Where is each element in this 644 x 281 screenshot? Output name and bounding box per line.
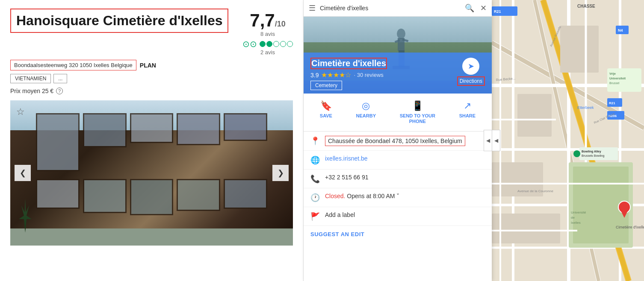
tripadvisor-logo: ⊙⊙	[242, 39, 257, 49]
svg-text:de: de	[571, 216, 575, 220]
svg-text:Vrije: Vrije	[609, 72, 616, 76]
map-panel: ◀	[492, 0, 644, 281]
bookmark-icon: 🔖	[320, 100, 332, 111]
google-maps-panel: ◀ ☰ 🔍 ✕ Cimetière d'ixelles	[304, 0, 492, 281]
gm-directions-label: Directions	[457, 76, 485, 86]
gm-category-tag[interactable]: Cemetery	[310, 81, 342, 90]
photo-next-btn[interactable]: ❯	[272, 165, 289, 181]
frame-7	[83, 179, 127, 213]
collapse-map-btn[interactable]: ◀	[492, 130, 500, 151]
hamburger-menu-icon[interactable]: ☰	[309, 3, 316, 13]
map-background: R21 N4 R21 N206 Bowling Alley Brussels B…	[492, 0, 644, 281]
clock-icon: 🕐	[310, 193, 319, 202]
hours-expand-btn[interactable]: ˅	[396, 193, 399, 199]
svg-rect-24	[560, 26, 599, 73]
gm-website-row: 🌐 ixelles.irisnet.be	[304, 151, 492, 170]
globe-icon: 🌐	[310, 155, 319, 165]
gm-search-btn[interactable]: 🔍	[465, 3, 474, 13]
gm-nearby-label: NEARBY	[356, 113, 376, 119]
ta-circle-5	[287, 41, 293, 47]
gm-send-phone-label: SEND TO YOURPHONE	[400, 113, 435, 124]
gm-header: ☰ 🔍 ✕	[304, 0, 492, 17]
photo-ground-bg	[10, 228, 293, 246]
tag-vietnamien[interactable]: VIETNAMIEN	[10, 74, 51, 83]
svg-text:CHASSE: CHASSE	[577, 4, 595, 9]
gm-stars: ★★★★☆	[321, 71, 351, 79]
rating-score: 7,7	[250, 10, 275, 30]
gm-share-label: SHARE	[459, 113, 476, 119]
gm-suggest-edit-btn[interactable]: SUGGEST AN EDIT	[304, 226, 492, 243]
gm-share-btn[interactable]: ↗ SHARE	[459, 100, 476, 124]
send-phone-icon: 📱	[412, 100, 423, 111]
photo-frames-grid	[10, 100, 293, 246]
svg-text:Brussels Bowling: Brussels Bowling	[582, 154, 604, 158]
gm-add-label-text[interactable]: Add a label	[325, 211, 355, 218]
restaurant-panel: Hanoisquare Cimetière d'Ixelles 7,7/10 8…	[0, 0, 304, 281]
prix-row: Prix moyen 25 € ?	[10, 88, 293, 94]
restaurant-title: Hanoisquare Cimetière d'Ixelles	[10, 9, 228, 33]
frame-10	[224, 179, 267, 209]
gm-place-name: Cimetière d'ixelles	[310, 58, 387, 69]
frame-2	[83, 113, 127, 147]
frame-3	[130, 113, 174, 143]
location-pin-icon: 📍	[310, 136, 319, 146]
gm-opens-text: Opens at 8:00 AM	[347, 193, 396, 199]
gm-search-input[interactable]	[320, 5, 461, 12]
gm-save-label: SAVE	[320, 113, 332, 119]
tripadvisor-row: ⊙⊙	[242, 39, 293, 49]
gm-label-row: 🚩 Add a label	[304, 207, 492, 226]
gm-nearby-btn[interactable]: ◎ NEARBY	[356, 100, 376, 124]
svg-text:Bowling Alley: Bowling Alley	[582, 150, 601, 153]
svg-text:N4: N4	[618, 28, 623, 32]
gm-directions-circle[interactable]: ➤	[462, 58, 479, 75]
help-icon[interactable]: ?	[56, 88, 63, 94]
gm-hours-row: 🕐 Closed. Opens at 8:00 AM ˅	[304, 188, 492, 207]
favorite-star-btn[interactable]: ☆	[16, 106, 25, 117]
photo-container: ☆ ❮ ❯	[10, 100, 293, 246]
collapse-panel-btn[interactable]: ◀	[484, 130, 492, 151]
gm-website-text[interactable]: ixelles.irisnet.be	[325, 155, 368, 162]
gm-photo-overlay: Cimetière d'ixelles 3.9 ★★★★☆ · 30 revie…	[304, 53, 492, 94]
reviews-count: 8 avis	[242, 31, 293, 37]
ta-circle-1	[260, 41, 266, 47]
gm-directions-area: ➤ Directions	[457, 58, 485, 86]
ta-circle-2	[266, 41, 272, 47]
phone-icon: 📞	[310, 174, 319, 184]
frame-1	[36, 113, 80, 171]
svg-point-0	[397, 29, 405, 39]
gm-close-btn[interactable]: ✕	[480, 3, 487, 13]
nearby-icon: ◎	[362, 100, 370, 111]
gm-address-row: 📍 Chaussée de Boondael 478, 1050 Ixelles…	[304, 132, 492, 151]
ta-circle-3	[273, 41, 279, 47]
svg-text:Université: Université	[571, 211, 586, 214]
gm-place-info: Cimetière d'ixelles 3.9 ★★★★☆ · 30 revie…	[310, 58, 387, 90]
tags-row: VIETNAMIEN ...	[10, 74, 293, 83]
restaurant-photo	[10, 100, 293, 246]
ta-circles	[260, 41, 293, 47]
frame-8	[130, 179, 174, 215]
frame-4	[177, 113, 220, 145]
gm-save-btn[interactable]: 🔖 SAVE	[320, 100, 332, 124]
svg-text:Etterbeek: Etterbeek	[577, 105, 594, 110]
gm-rating-inline: 3.9 ★★★★☆ · 30 reviews	[310, 69, 387, 79]
svg-text:Brussel: Brussel	[609, 82, 620, 85]
address-text: Boondaalsesteenweg 320 1050 Ixelles Belg…	[10, 60, 136, 70]
svg-rect-26	[492, 214, 560, 243]
svg-rect-23	[517, 94, 552, 137]
tag-more[interactable]: ...	[53, 74, 67, 83]
gm-address-text: Chaussée de Boondael 478, 1050 Ixelles, …	[325, 136, 465, 146]
gm-closed-text: Closed.	[325, 193, 345, 199]
frame-5	[224, 113, 267, 141]
ta-circle-4	[280, 41, 286, 47]
frame-6	[36, 179, 80, 209]
svg-text:R21: R21	[494, 9, 501, 14]
share-icon: ↗	[464, 100, 471, 111]
gm-hours-text: Closed. Opens at 8:00 AM ˅	[325, 193, 399, 199]
svg-text:Cimetière d'ixelles: Cimetière d'ixelles	[616, 225, 644, 229]
plan-link[interactable]: PLAN	[140, 62, 156, 69]
gm-header-icons: 🔍 ✕	[465, 3, 487, 13]
gm-phone-text: +32 2 515 66 91	[325, 174, 369, 181]
svg-rect-40	[579, 147, 618, 160]
photo-prev-btn[interactable]: ❮	[15, 165, 31, 181]
gm-send-phone-btn[interactable]: 📱 SEND TO YOURPHONE	[400, 100, 435, 124]
